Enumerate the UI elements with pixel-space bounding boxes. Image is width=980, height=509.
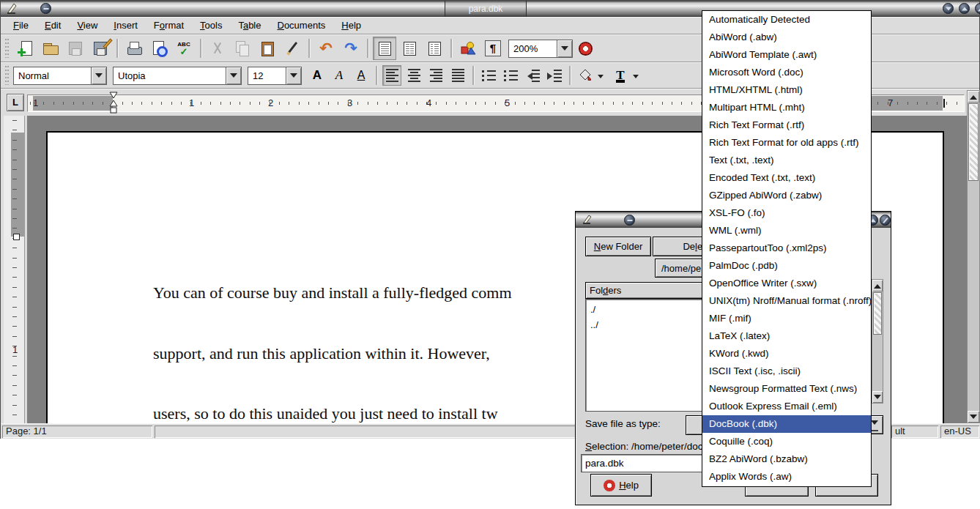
menu-insert[interactable]: Insert <box>105 18 146 34</box>
format-option[interactable]: Text (.txt, .text) <box>702 152 871 169</box>
margin-marker[interactable] <box>13 234 20 240</box>
format-option[interactable]: UNIX(tm) Nroff/Manual format (.nroff) <box>702 292 871 310</box>
toolbar-grip[interactable] <box>4 39 10 58</box>
align-center-button[interactable] <box>404 65 423 86</box>
menu-documents[interactable]: Documents <box>270 18 334 34</box>
format-option[interactable]: Automatically Detected <box>702 11 871 29</box>
redo-button[interactable]: ↷ <box>339 37 363 60</box>
format-option[interactable]: Rich Text Format (.rtf) <box>702 116 871 134</box>
document-text[interactable]: You can of course buy and install a full… <box>153 242 512 423</box>
copy-button[interactable] <box>231 37 254 60</box>
indent-markers[interactable] <box>108 91 119 115</box>
format-option[interactable]: DocBook (.dbk) <box>702 415 871 433</box>
view-two-columns-button[interactable] <box>398 37 421 60</box>
format-option[interactable]: GZipped AbiWord (.zabw) <box>702 187 871 204</box>
align-justify-button[interactable] <box>448 65 467 86</box>
format-option[interactable]: PalmDoc (.pdb) <box>702 257 871 275</box>
print-button[interactable] <box>122 37 146 60</box>
menu-table[interactable]: Table <box>230 18 269 34</box>
view-three-columns-button[interactable] <box>423 37 446 60</box>
new-document-button[interactable] <box>14 37 37 60</box>
format-option[interactable]: BZ2 AbiWord (.bzabw) <box>702 450 871 468</box>
format-option[interactable]: HTML/XHTML (.html) <box>702 81 871 99</box>
cut-button[interactable] <box>206 37 229 60</box>
format-option[interactable]: MIF (.mif) <box>702 310 871 327</box>
scroll-down-arrow[interactable] <box>872 391 883 403</box>
format-option[interactable]: LaTeX (.latex) <box>702 327 871 345</box>
print-preview-button[interactable] <box>147 37 171 60</box>
window-shade-button[interactable] <box>40 3 51 14</box>
format-option[interactable]: OpenOffice Writer (.sxw) <box>702 275 871 292</box>
spellcheck-button[interactable]: ABC✓ <box>172 37 196 60</box>
help-button[interactable] <box>573 37 597 60</box>
align-right-button[interactable] <box>426 65 445 86</box>
font-size-combo[interactable]: 12 <box>248 67 302 85</box>
scroll-up-arrow[interactable] <box>968 91 979 103</box>
toolbar-grip[interactable] <box>4 66 10 85</box>
format-option[interactable]: KWord (.kwd) <box>702 345 871 363</box>
menu-tools[interactable]: Tools <box>192 18 230 34</box>
underline-button[interactable]: A <box>352 65 371 86</box>
language-indicator[interactable]: en-US <box>940 426 979 438</box>
menu-help[interactable]: Help <box>333 18 369 34</box>
decrease-indent-button[interactable] <box>523 65 542 86</box>
undo-button[interactable]: ↶ <box>314 37 338 60</box>
bullet-list-button[interactable] <box>501 65 520 86</box>
scrollbar-thumb[interactable] <box>873 292 882 335</box>
format-option[interactable]: Microsoft Word (.doc) <box>702 64 871 81</box>
files-list-scrollbar[interactable] <box>872 279 883 404</box>
menu-view[interactable]: View <box>69 18 105 34</box>
format-option[interactable]: Multipart HTML (.mht) <box>702 99 871 116</box>
font-color-arrow[interactable] <box>633 75 639 81</box>
menu-file[interactable]: File <box>5 18 37 34</box>
new-folder-button[interactable]: New Folder <box>585 237 651 256</box>
format-option[interactable]: AbiWord (.abw) <box>702 29 871 46</box>
style-combo[interactable]: Normal <box>13 67 107 85</box>
format-option[interactable]: Coquille (.coq) <box>702 433 871 450</box>
font-combo-arrow[interactable] <box>226 67 241 84</box>
format-option[interactable]: XSL-FO (.fo) <box>702 204 871 222</box>
document-vertical-scrollbar[interactable] <box>967 90 980 423</box>
numbered-list-button[interactable] <box>479 65 498 86</box>
show-formatting-button[interactable]: ¶ <box>481 37 505 60</box>
dialog-help-button[interactable]: Help <box>590 474 652 497</box>
zoom-combo[interactable]: 200% <box>508 40 573 58</box>
scroll-up-arrow[interactable] <box>872 280 883 291</box>
dialog-shade-button[interactable] <box>624 215 635 226</box>
menu-format[interactable]: Format <box>146 18 192 34</box>
format-option[interactable]: Applix Words (.aw) <box>702 468 871 486</box>
format-option[interactable]: Outlook Express Email (.eml) <box>702 398 871 415</box>
window-maximize-button[interactable] <box>959 3 970 14</box>
scroll-down-arrow[interactable] <box>968 411 979 423</box>
format-option[interactable]: PassepartoutToo (.xml2ps) <box>702 239 871 257</box>
align-left-button[interactable] <box>382 65 401 86</box>
format-option[interactable]: Rich Text Format for old apps (.rtf) <box>702 134 871 152</box>
increase-indent-button[interactable] <box>545 65 564 86</box>
bold-button[interactable]: A <box>308 65 327 86</box>
insert-graphic-button[interactable] <box>456 37 480 60</box>
view-one-column-button[interactable] <box>373 37 396 60</box>
format-option[interactable]: ISCII Text (.isc, .iscii) <box>702 363 871 380</box>
window-minimize-button[interactable] <box>943 3 954 14</box>
font-combo[interactable]: Utopia <box>113 67 242 85</box>
italic-button[interactable]: A <box>330 65 349 86</box>
style-combo-arrow[interactable] <box>91 67 106 84</box>
dialog-close-button[interactable] <box>880 215 891 226</box>
save-button[interactable] <box>64 37 87 60</box>
format-painter-button[interactable] <box>281 37 304 60</box>
menu-edit[interactable]: Edit <box>37 18 69 34</box>
window-close-button[interactable] <box>975 3 980 14</box>
format-option[interactable]: Newsgroup Formatted Text (.nws) <box>702 380 871 398</box>
highlight-color-button[interactable] <box>576 65 595 86</box>
highlight-color-arrow[interactable] <box>598 75 604 81</box>
vertical-ruler[interactable]: 1 <box>4 116 25 423</box>
zoom-combo-arrow[interactable] <box>557 40 572 57</box>
paste-button[interactable] <box>256 37 279 60</box>
format-option[interactable]: WML (.wml) <box>702 222 871 239</box>
format-option[interactable]: Encoded Text (.txt, .text) <box>702 169 871 187</box>
format-option[interactable]: AbiWord Template (.awt) <box>702 46 871 64</box>
font-size-combo-arrow[interactable] <box>286 67 301 84</box>
tab-stop-selector[interactable]: L <box>7 94 24 111</box>
file-type-dropdown-list[interactable]: Automatically DetectedAbiWord (.abw)AbiW… <box>702 10 872 487</box>
scrollbar-thumb[interactable] <box>968 103 979 181</box>
